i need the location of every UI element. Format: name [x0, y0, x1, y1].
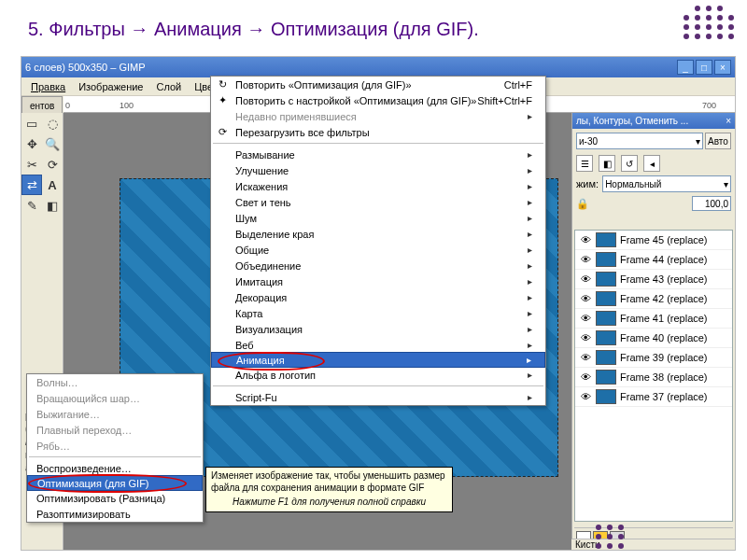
menu-web[interactable]: Веб [211, 337, 545, 353]
dock-tabs[interactable]: лы, Контуры, Отменить ...× [572, 113, 735, 129]
menu-render[interactable]: Визуализация [211, 321, 545, 337]
layer-row[interactable]: 👁Frame 37 (replace) [575, 387, 732, 407]
animation-submenu: Волны… Вращающийся шар… Выжигание… Плавн… [26, 373, 204, 523]
eye-icon[interactable]: 👁 [579, 352, 592, 363]
eye-icon[interactable]: 👁 [579, 254, 592, 265]
submenu-ball[interactable]: Вращающийся шар… [27, 390, 203, 406]
menu-artistic[interactable]: Имитация [211, 273, 545, 289]
menu-edge[interactable]: Выделение края [211, 226, 545, 242]
crop-tool[interactable]: ✂ [21, 154, 42, 175]
eye-icon[interactable]: 👁 [579, 391, 592, 402]
window-titlebar[interactable]: 6 слоев) 500x350 – GIMP _ □ × [21, 57, 735, 77]
auto-button[interactable]: Авто [705, 133, 731, 149]
layer-row[interactable]: 👁Frame 40 (replace) [575, 329, 732, 348]
eye-icon[interactable]: 👁 [579, 293, 592, 304]
window-maximize-button[interactable]: □ [696, 60, 712, 75]
repeat-icon: ↻ [215, 78, 230, 91]
menu-arrow-icon[interactable]: ◂ [643, 155, 660, 172]
dock-tab[interactable]: ентов [21, 96, 63, 115]
menu-layer[interactable]: Слой [150, 79, 187, 94]
rect-select-tool[interactable]: ▭ [21, 113, 42, 133]
blend-mode-select[interactable]: Нормальный▾ [602, 175, 731, 192]
menu-light[interactable]: Свет и тень [211, 194, 545, 210]
slide-title: 5. Фильтры → Анимация → Оптимизация (для… [0, 0, 747, 44]
paths-tab-icon[interactable]: ↺ [621, 155, 638, 172]
window-close-button[interactable]: × [714, 60, 731, 75]
eye-icon[interactable]: 👁 [579, 313, 592, 324]
menu-image[interactable]: Изображение [73, 79, 148, 94]
window-minimize-button[interactable]: _ [677, 60, 694, 75]
menu-repeat-config[interactable]: ✦Повторить с настройкой «Оптимизация (дл… [211, 92, 545, 108]
tooltip-text: Изменяет изображение так, чтобы уменьшит… [211, 470, 447, 494]
submenu-unoptimize[interactable]: Разоптимизировать [27, 506, 203, 522]
channels-tab-icon[interactable]: ◧ [599, 155, 615, 172]
eraser-tool[interactable]: ◧ [42, 195, 63, 216]
layer-row[interactable]: 👁Frame 38 (replace) [575, 368, 732, 387]
submenu-play[interactable]: Воспроизведение… [27, 460, 203, 476]
opacity-input[interactable] [692, 196, 731, 211]
lock-icon[interactable]: 🔒 [576, 198, 589, 210]
image-selector[interactable]: и-30▾ [576, 133, 703, 149]
slide-decoration-dots [684, 6, 736, 39]
eye-icon[interactable]: 👁 [579, 332, 592, 343]
text-tool[interactable]: A [42, 175, 63, 195]
layer-row[interactable]: 👁Frame 41 (replace) [575, 309, 732, 329]
slide-decoration-dots-bottom [596, 525, 626, 549]
tooltip: Изменяет изображение так, чтобы уменьшит… [205, 467, 453, 512]
menu-combine[interactable]: Объединение [211, 258, 545, 273]
flip-tool[interactable]: ⇄ [21, 175, 42, 195]
pencil-tool[interactable]: ✎ [21, 195, 42, 216]
submenu-optimize-diff[interactable]: Оптимизировать (Разница) [27, 490, 203, 506]
mode-label: жим: [576, 178, 599, 189]
eye-icon[interactable]: 👁 [579, 234, 592, 245]
layer-row[interactable]: 👁Frame 44 (replace) [575, 250, 732, 270]
menu-recent[interactable]: Недавно применявшиеся [211, 108, 545, 124]
menu-decor[interactable]: Декорация [211, 289, 545, 305]
menu-noise[interactable]: Шум [211, 210, 545, 226]
submenu-ripple[interactable]: Рябь… [27, 438, 203, 454]
reload-icon: ⟳ [215, 126, 230, 138]
submenu-waves[interactable]: Волны… [27, 374, 203, 390]
freeselect-tool[interactable]: ◌ [42, 113, 63, 133]
menu-map[interactable]: Карта [211, 305, 545, 321]
menu-distort[interactable]: Искажения [211, 178, 545, 194]
rotate-tool[interactable]: ⟳ [42, 154, 63, 175]
gear-icon: ✦ [215, 94, 230, 106]
move-tool[interactable]: ✥ [21, 133, 42, 154]
tooltip-hint: Нажмите F1 для получения полной справки [211, 497, 447, 509]
menu-generic[interactable]: Общие [211, 242, 545, 258]
menu-blur[interactable]: Размывание [211, 147, 545, 162]
layers-list[interactable]: 👁Frame 45 (replace) 👁Frame 44 (replace) … [574, 230, 733, 522]
menu-scriptfu[interactable]: Script-Fu [211, 389, 545, 405]
submenu-blend[interactable]: Плавный переход… [27, 422, 203, 438]
zoom-tool[interactable]: 🔍 [42, 133, 63, 154]
submenu-optimize-gif[interactable]: Оптимизация (для GIF) [27, 475, 203, 491]
layers-dock: лы, Контуры, Отменить ...× и-30▾ Авто ☰ … [571, 113, 735, 550]
menu-repeat[interactable]: ↻Повторить «Оптимизация (для GIF)»Ctrl+F [211, 77, 545, 92]
layer-row[interactable]: 👁Frame 42 (replace) [575, 289, 732, 309]
window-title: 6 слоев) 500x350 – GIMP [25, 62, 146, 73]
menu-animation[interactable]: Анимация [211, 352, 545, 368]
menu-reload-filters[interactable]: ⟳Перезагрузить все фильтры [211, 124, 545, 140]
layer-row[interactable]: 👁Frame 45 (replace) [575, 231, 732, 250]
eye-icon[interactable]: 👁 [579, 273, 592, 285]
eye-icon[interactable]: 👁 [579, 371, 592, 383]
layers-tab-icon[interactable]: ☰ [576, 155, 593, 172]
menu-alpha-logo[interactable]: Альфа в логотип [211, 367, 545, 383]
layer-row[interactable]: 👁Frame 39 (replace) [575, 348, 732, 368]
submenu-burn[interactable]: Выжигание… [27, 406, 203, 422]
menu-enhance[interactable]: Улучшение [211, 162, 545, 178]
filters-dropdown: ↻Повторить «Оптимизация (для GIF)»Ctrl+F… [210, 76, 546, 406]
menu-edit[interactable]: Правка [25, 79, 71, 94]
layer-row[interactable]: 👁Frame 43 (replace) [575, 270, 732, 289]
